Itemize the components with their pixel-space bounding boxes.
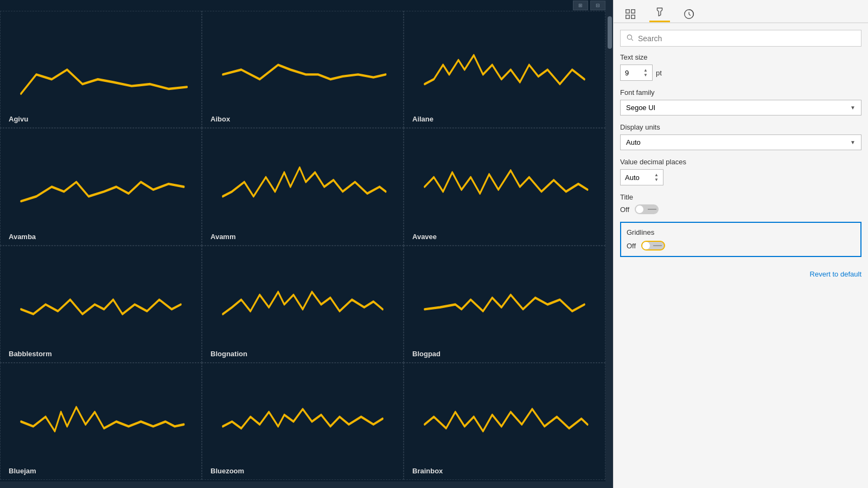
horizontal-scrollbar[interactable] [0, 481, 605, 488]
gridlines-label: Gridlines [627, 228, 855, 236]
sparkline-label-avamm: Avamm [210, 233, 395, 241]
svg-rect-3 [631, 15, 635, 18]
title-toggle-thumb [636, 206, 643, 213]
sparkline-label-bluezoom: Bluezoom [210, 467, 395, 475]
sparkline-label-aibox: Aibox [210, 115, 395, 123]
sparkline-avavee [412, 134, 597, 230]
value-decimal-input[interactable]: Auto ▲ ▼ [620, 169, 663, 185]
text-size-unit: pt [656, 69, 662, 77]
title-setting: Title Off [620, 193, 861, 214]
sparkline-panel: ⊞ ⊟ AgivuAiboxAilaneAvambaAvammAvaveeBab… [0, 0, 613, 488]
search-input[interactable] [638, 34, 856, 43]
svg-rect-0 [626, 10, 629, 13]
sparkline-label-babblestorm: Babblestorm [9, 350, 193, 358]
text-size-setting: Text size 9 ▲ ▼ pt [620, 53, 861, 81]
sparkline-label-agivu: Agivu [9, 115, 193, 123]
sparkline-brainbox [412, 369, 597, 465]
tab-format[interactable] [649, 4, 670, 22]
title-toggle[interactable] [635, 204, 659, 214]
scrollbar-thumb[interactable] [608, 16, 612, 49]
view-icon-2[interactable]: ⊟ [590, 1, 605, 10]
sparkline-label-ailane: Ailane [412, 115, 597, 123]
gridlines-toggle-off-label: Off [627, 242, 636, 250]
display-units-dropdown[interactable]: Auto ▼ [620, 134, 861, 150]
display-units-label: Display units [620, 123, 861, 131]
view-icon-1[interactable]: ⊞ [573, 1, 588, 10]
sparkline-cell-avavee[interactable]: Avavee [404, 128, 605, 245]
sparkline-label-avavee: Avavee [412, 233, 597, 241]
revert-button[interactable]: Revert to default [620, 265, 861, 284]
sparkline-label-bluejam: Bluejam [9, 467, 193, 475]
text-size-label: Text size [620, 53, 861, 61]
sparkline-bluezoom [210, 369, 395, 465]
sparkline-babblestorm [9, 252, 193, 348]
value-decimal-label: Value decimal places [620, 158, 861, 166]
text-size-spinner[interactable]: ▲ ▼ [643, 68, 648, 78]
panel-tab-icons [614, 0, 868, 23]
sparkline-cell-avamba[interactable]: Avamba [0, 128, 202, 245]
value-decimal-setting: Value decimal places Auto ▲ ▼ [620, 158, 861, 185]
font-family-arrow: ▼ [850, 105, 856, 111]
text-size-input[interactable]: 9 ▲ ▼ [620, 65, 653, 81]
sparkline-cell-blognation[interactable]: Blognation [202, 246, 404, 363]
sparkline-cell-bluejam[interactable]: Bluejam [0, 363, 202, 480]
sparkline-cell-brainbox[interactable]: Brainbox [404, 363, 605, 480]
svg-line-6 [631, 39, 633, 41]
font-family-label: Font family [620, 88, 861, 97]
sparkline-agivu [9, 17, 193, 113]
sparkline-label-avamba: Avamba [9, 233, 193, 241]
sparkline-label-blogpad: Blogpad [412, 350, 597, 358]
title-toggle-row: Off [620, 204, 861, 214]
sparkline-blogpad [412, 252, 597, 348]
gridlines-toggle-line [653, 245, 662, 246]
gridlines-highlight-box: Gridlines Off [620, 222, 861, 257]
svg-point-5 [627, 35, 631, 39]
decimal-spinner[interactable]: ▲ ▼ [654, 172, 659, 182]
sparkline-label-blognation: Blognation [210, 350, 395, 358]
tab-analytics[interactable] [679, 6, 699, 22]
tab-grid[interactable] [620, 6, 641, 22]
sparkline-avamba [9, 134, 193, 230]
gridlines-toggle[interactable] [641, 241, 665, 251]
svg-rect-2 [626, 15, 629, 18]
svg-rect-1 [631, 10, 635, 13]
settings-section: Text size 9 ▲ ▼ pt Font family Segoe UI … [614, 53, 868, 488]
title-toggle-off-label: Off [620, 206, 629, 214]
font-family-dropdown[interactable]: Segoe UI ▼ [620, 100, 861, 115]
font-family-setting: Font family Segoe UI ▼ [620, 88, 861, 115]
title-toggle-line [648, 209, 656, 210]
sparkline-cell-ailane[interactable]: Ailane [404, 11, 605, 128]
sparkline-cell-avamm[interactable]: Avamm [202, 128, 404, 245]
sparkline-cell-agivu[interactable]: Agivu [0, 11, 202, 128]
sparkline-blognation [210, 252, 395, 348]
vertical-scrollbar[interactable] [605, 0, 613, 488]
display-units-setting: Display units Auto ▼ [620, 123, 861, 150]
format-panel: Text size 9 ▲ ▼ pt Font family Segoe UI … [613, 0, 868, 488]
sparkline-cell-aibox[interactable]: Aibox [202, 11, 404, 128]
top-bar: ⊞ ⊟ [573, 0, 605, 11]
sparkline-label-brainbox: Brainbox [412, 467, 597, 475]
sparkline-cell-babblestorm[interactable]: Babblestorm [0, 246, 202, 363]
gridlines-setting: Gridlines Off [620, 222, 861, 257]
gridlines-toggle-row: Off [627, 241, 855, 251]
sparkline-cell-bluezoom[interactable]: Bluezoom [202, 363, 404, 480]
sparkline-ailane [412, 17, 597, 113]
sparkline-grid: AgivuAiboxAilaneAvambaAvammAvaveeBabbles… [0, 11, 605, 480]
sparkline-aibox [210, 17, 395, 113]
search-box[interactable] [620, 30, 861, 47]
title-label: Title [620, 193, 861, 201]
sparkline-bluejam [9, 369, 193, 465]
display-units-arrow: ▼ [850, 139, 856, 145]
sparkline-avamm [210, 134, 395, 230]
gridlines-toggle-thumb [642, 242, 650, 249]
search-icon [626, 34, 634, 43]
sparkline-cell-blogpad[interactable]: Blogpad [404, 246, 605, 363]
